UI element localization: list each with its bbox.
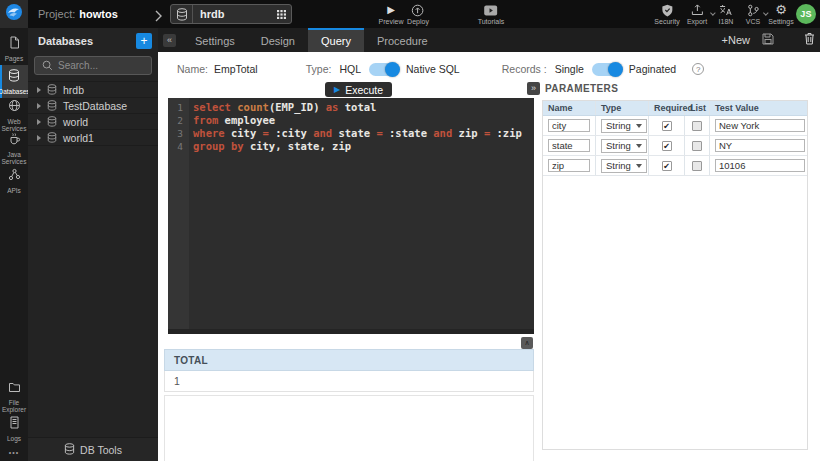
param-test-value-input[interactable] [715,139,805,152]
save-button[interactable] [762,33,774,48]
required-checkbox[interactable]: ✔ [662,121,672,131]
rail-label: Databases [0,88,30,95]
parameters-panel: Name Type Required List Test Value Strin… [542,100,808,450]
editor-scrollbar[interactable] [168,329,534,334]
deploy-button[interactable]: Deploy [407,4,429,25]
query-name-value[interactable]: EmpTotal [214,63,258,75]
caret-right-icon[interactable] [37,87,41,93]
tutorials-button[interactable]: Tutorials [478,4,505,25]
rail-item-web-services[interactable]: Web Services [0,98,28,131]
db-tools-icon [64,443,75,457]
records-option-paginated[interactable]: Paginated [629,63,676,75]
tree-item-label: TestDatabase [63,100,127,112]
app-logo[interactable] [0,0,28,28]
execute-button[interactable]: ▶ Execute [325,82,392,97]
rail-label: Java Services [0,151,28,165]
db-tools-button[interactable]: DB Tools [28,437,158,461]
param-type-select[interactable]: String [601,159,647,173]
sql-line: 4group by city, state, zip [168,140,534,153]
collapse-results-button[interactable]: ∧ [521,337,533,349]
tab-procedure[interactable]: Procedure [364,28,441,52]
sql-line: 3where city = :city and state = :state a… [168,127,534,140]
delete-button[interactable] [804,32,815,48]
collapse-panel-button[interactable]: « [163,34,176,47]
app-window: Project:howtos hrdb ▶ Preview Deploy [0,0,820,461]
parameter-row-zip: String ✔ [543,156,807,176]
topbar: Project:howtos hrdb ▶ Preview Deploy [0,0,820,28]
tree-item-world1[interactable]: world1 [28,130,158,146]
param-test-value-input[interactable] [715,119,805,132]
records-label: Records : [502,63,547,75]
required-checkbox[interactable]: ✔ [662,141,672,151]
parameters-title: PARAMETERS [545,83,618,94]
security-button[interactable]: Security [654,4,679,25]
param-name-input[interactable] [548,119,590,132]
caret-right-icon[interactable] [37,103,41,109]
db-tools-label: DB Tools [80,444,122,456]
shield-icon [661,4,673,16]
grid-icon[interactable] [277,10,286,19]
name-label: Name: [177,63,208,75]
param-name-input[interactable] [548,139,590,152]
more-icon[interactable]: ••• [0,445,28,459]
type-option-hql[interactable]: HQL [339,63,361,75]
new-query-button[interactable]: +New [722,34,750,46]
add-database-button[interactable]: + [136,33,152,49]
export-button[interactable]: Export [687,4,707,25]
param-type-select[interactable]: String [601,139,647,153]
line-number: 2 [168,114,189,127]
toggle-knob [608,62,623,77]
sql-editor[interactable]: 1select count(EMP_ID) as total2from empl… [168,98,534,334]
chevron-down-icon [636,144,642,148]
vcs-label: VCS [746,18,760,25]
param-test-value-input[interactable] [715,159,805,172]
tutorials-label: Tutorials [478,18,505,25]
toggle-knob [385,62,400,77]
line-number: 4 [168,140,189,153]
caret-right-icon[interactable] [37,135,41,141]
expand-parameters-button[interactable]: » [527,82,540,95]
column-header-list: List [685,101,710,115]
help-icon[interactable]: ? [692,63,704,75]
param-name-input[interactable] [548,159,590,172]
records-option-single[interactable]: Single [555,63,584,75]
type-toggle[interactable] [369,63,399,76]
chevron-down-icon [636,164,642,168]
column-header-name: Name [543,101,596,115]
param-type-select[interactable]: String [601,119,647,133]
rail-item-databases[interactable]: Databases [0,65,28,98]
tab-query[interactable]: Query [308,28,364,52]
search-input[interactable] [58,60,146,71]
i18n-button[interactable]: I18N [719,4,734,25]
rail-item-pages[interactable]: Pages [0,32,28,65]
results-row: 1 [164,371,534,392]
records-toggle[interactable] [592,63,622,76]
list-checkbox[interactable] [692,121,702,131]
preview-button[interactable]: ▶ Preview [379,4,404,25]
globe-icon [8,98,21,116]
vcs-button[interactable]: VCS [746,4,760,25]
list-checkbox[interactable] [692,161,702,171]
rail-item-apis[interactable]: APIs [0,164,28,197]
results-cell-total: 1 [174,375,180,387]
rail-item-logs[interactable]: Logs [0,412,28,445]
required-checkbox[interactable]: ✔ [662,161,672,171]
rail-item-file-explorer[interactable]: File Explorer [0,379,28,412]
list-checkbox[interactable] [692,141,702,151]
video-icon [484,4,498,16]
database-icon [171,5,193,23]
tab-design[interactable]: Design [248,28,308,52]
search-icon [42,57,53,75]
query-config-row: Name: EmpTotal Type: HQL Native SQL Reco… [177,61,814,77]
user-avatar[interactable]: JS [796,4,816,24]
type-option-native-sql[interactable]: Native SQL [406,63,460,75]
database-selector[interactable]: hrdb [170,4,292,24]
database-search[interactable] [34,56,152,75]
rail-item-java-services[interactable]: Java Services [0,131,28,164]
line-number: 3 [168,127,189,140]
java-cup-icon [8,131,21,149]
caret-right-icon[interactable] [37,119,41,125]
settings-button[interactable]: ⚙ Settings [768,4,793,25]
tab-settings[interactable]: Settings [182,28,248,52]
preview-label: Preview [379,18,404,25]
